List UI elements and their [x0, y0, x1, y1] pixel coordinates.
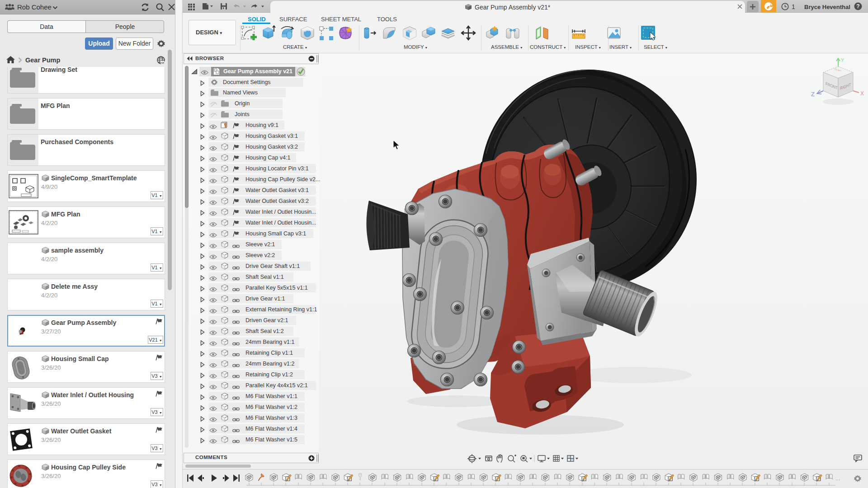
svg-text:Y: Y — [841, 57, 844, 63]
svg-text:X: X — [860, 90, 864, 97]
svg-text:Z: Z — [811, 91, 815, 98]
svg-text:?: ? — [856, 3, 859, 9]
